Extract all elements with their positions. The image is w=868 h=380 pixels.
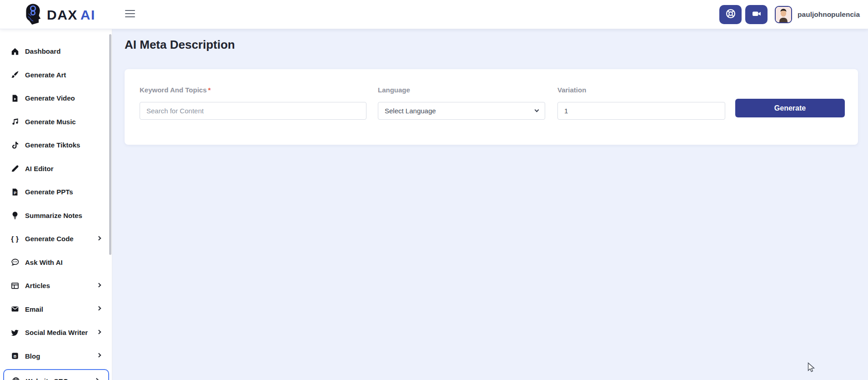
page-title: AI Meta Description	[125, 38, 235, 52]
required-asterisk: *	[208, 86, 211, 94]
sidebar-nav: Dashboard Generate Art Generate Video Ge…	[0, 29, 112, 380]
chevron-right-icon	[95, 378, 99, 380]
sidebar-item-ask-with-ai[interactable]: Ask With AI	[0, 251, 112, 274]
chevron-right-icon	[97, 329, 101, 334]
support-button[interactable]	[719, 5, 742, 24]
user-avatar[interactable]	[775, 6, 792, 23]
lightbulb-icon	[11, 211, 19, 219]
sidebar-item-social-media-writer[interactable]: Social Media Writer	[0, 321, 112, 345]
music-notes-icon	[11, 117, 19, 126]
sidebar-item-generate-ppts[interactable]: P Generate PPTs	[0, 180, 112, 204]
main-content: AI Meta Description Keyword And Topics* …	[112, 29, 868, 380]
sidebar-item-ai-editor[interactable]: AI Editor	[0, 157, 112, 181]
sidebar-item-generate-video[interactable]: Generate Video	[0, 86, 112, 110]
globe-icon	[12, 377, 20, 380]
sidebar-item-summarize-notes[interactable]: Summarize Notes	[0, 204, 112, 228]
sidebar-item-dashboard[interactable]: Dashboard	[0, 40, 112, 63]
table-icon	[11, 282, 19, 290]
ppt-file-icon: P	[11, 188, 19, 196]
tiktok-icon	[11, 141, 19, 149]
lifebuoy-support-icon	[725, 8, 736, 20]
chevron-right-icon	[97, 353, 101, 358]
sidebar-item-generate-code[interactable]: { } Generate Code	[0, 227, 112, 251]
sidebar-item-generate-tiktoks[interactable]: Generate Tiktoks	[0, 133, 112, 157]
video-tutorial-button[interactable]	[745, 5, 768, 24]
keyword-input[interactable]	[140, 102, 366, 120]
blog-icon: B	[11, 352, 19, 360]
hamburger-menu-icon[interactable]	[125, 10, 135, 17]
code-braces-icon: { }	[11, 235, 19, 243]
paintbrush-icon	[11, 71, 19, 79]
chevron-down-icon	[535, 108, 539, 112]
brand-text: DAXAI	[47, 7, 95, 23]
video-file-icon	[11, 94, 19, 102]
sidebar-scrollbar[interactable]	[109, 34, 111, 255]
sidebar-active-item-container: Website SEO	[3, 369, 109, 380]
generate-button[interactable]: Generate	[735, 99, 845, 117]
language-select[interactable]: Select Language	[378, 102, 545, 120]
svg-text:P: P	[14, 190, 16, 195]
sidebar-item-blog[interactable]: B Blog	[0, 345, 112, 368]
home-icon	[11, 47, 19, 56]
chevron-right-icon	[97, 306, 101, 311]
keyword-label: Keyword And Topics*	[140, 86, 211, 94]
variation-input[interactable]	[557, 102, 725, 120]
variation-label: Variation	[557, 86, 586, 94]
video-camera-icon	[752, 9, 762, 20]
language-label: Language	[378, 86, 410, 94]
top-header: DAXAI	[0, 0, 868, 29]
chat-bubble-icon	[11, 258, 19, 266]
app-logo[interactable]: DAXAI	[21, 3, 95, 27]
sidebar-item-generate-art[interactable]: Generate Art	[0, 63, 112, 87]
meta-description-form-card: Keyword And Topics* Language Select Lang…	[125, 69, 858, 145]
username-text: pauljohnopulencia	[798, 10, 860, 19]
envelope-icon	[11, 305, 19, 313]
sidebar-item-generate-music[interactable]: Generate Music	[0, 110, 112, 134]
sidebar-item-website-seo[interactable]: Website SEO	[4, 370, 108, 380]
chevron-right-icon	[97, 236, 101, 240]
sidebar-item-email[interactable]: Email	[0, 298, 112, 321]
twitter-bird-icon	[11, 329, 19, 337]
dax-head-logo-icon	[21, 3, 43, 27]
language-select-value: Select Language	[385, 107, 436, 115]
chevron-right-icon	[97, 283, 101, 287]
pen-icon	[11, 164, 19, 172]
sidebar-item-articles[interactable]: Articles	[0, 274, 112, 298]
svg-text:B: B	[14, 354, 17, 359]
